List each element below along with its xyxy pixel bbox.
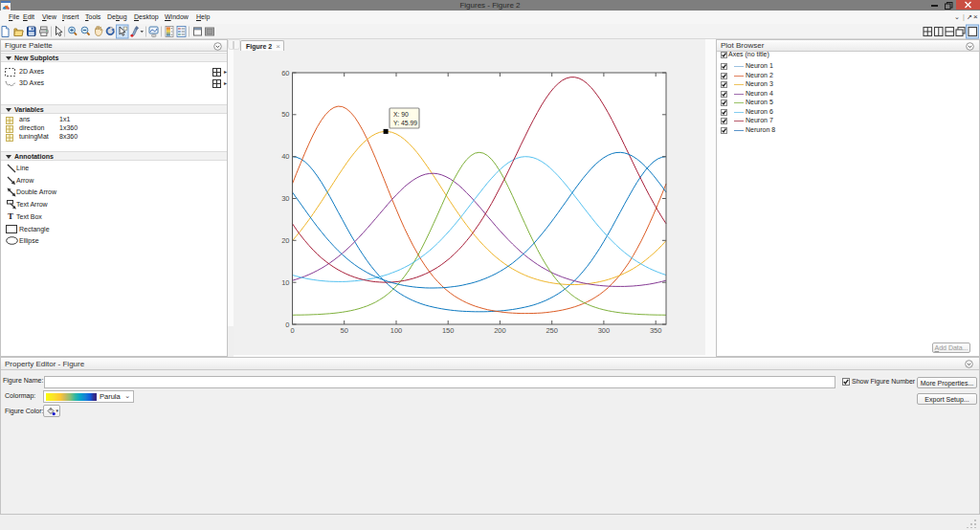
svg-text:300: 300 — [598, 326, 611, 335]
svg-text:0: 0 — [290, 326, 294, 335]
svg-text:10: 10 — [281, 278, 289, 287]
svg-text:250: 250 — [546, 326, 558, 335]
svg-text:100: 100 — [390, 326, 403, 335]
svg-text:Y: 45.99: Y: 45.99 — [393, 120, 417, 126]
svg-text:150: 150 — [442, 326, 455, 335]
svg-text:50: 50 — [281, 110, 289, 119]
svg-text:20: 20 — [281, 236, 289, 245]
svg-text:350: 350 — [650, 326, 662, 335]
svg-text:X: 90: X: 90 — [393, 111, 409, 118]
svg-text:0: 0 — [285, 320, 289, 329]
svg-text:50: 50 — [341, 326, 348, 335]
svg-text:30: 30 — [281, 194, 289, 203]
svg-text:200: 200 — [494, 326, 506, 335]
svg-text:60: 60 — [281, 69, 289, 77]
svg-text:40: 40 — [281, 152, 289, 161]
